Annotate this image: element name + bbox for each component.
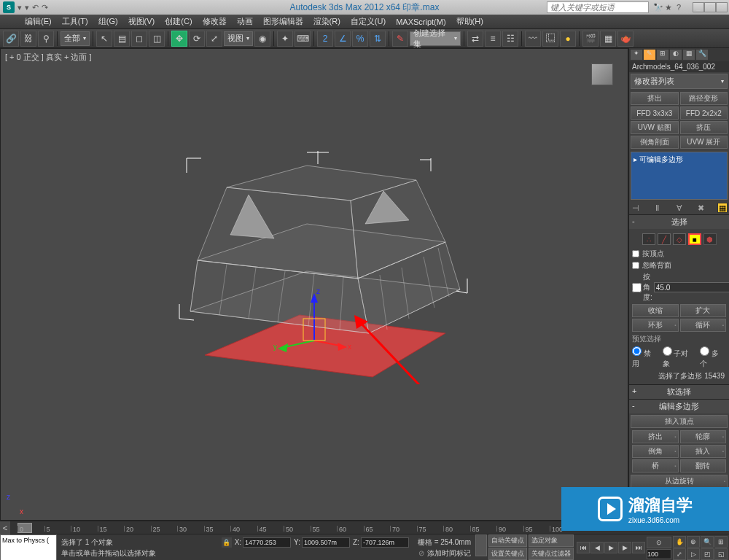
add-time-tag[interactable]: 添加时间标记 [427, 548, 471, 559]
tab-motion-icon[interactable]: ◐ [670, 50, 682, 60]
pin-stack-icon[interactable]: ⊣ [631, 203, 641, 213]
btn-bevelprofile[interactable]: 倒角剖面 [631, 136, 679, 149]
element-icon[interactable]: ⬢ [703, 233, 717, 245]
btn-extrude[interactable]: 挤出 [631, 92, 679, 105]
btn-pathdeform[interactable]: 路径变形 [680, 92, 728, 105]
bridge-button[interactable]: 桥 [632, 459, 679, 472]
set-key-button[interactable] [475, 534, 487, 556]
maximize-button[interactable]: □ [704, 2, 716, 12]
help-icon[interactable]: ? [677, 3, 685, 12]
goto-start-icon[interactable]: ⏮ [577, 542, 590, 553]
modifier-stack[interactable]: ▸ 可编辑多边形 [631, 152, 728, 200]
max-toggle-icon[interactable]: ◰ [701, 548, 714, 560]
setkey-button[interactable]: 设置关键点 [488, 548, 527, 560]
viewport[interactable]: [ + 0 正交 ] 真实 + 边面 ] [0, 48, 628, 521]
pivot-icon[interactable]: ◉ [254, 31, 270, 47]
arc-rotate-icon[interactable]: ⊕ [687, 536, 700, 548]
selection-filter-dropdown[interactable]: 全部 [61, 31, 90, 46]
by-angle-checkbox[interactable] [632, 283, 642, 292]
zoom-all-icon[interactable]: ⊞ [714, 536, 728, 548]
menu-create[interactable]: 创建(C) [160, 15, 196, 28]
snap-percent-icon[interactable]: % [352, 31, 368, 47]
keyfilter-button[interactable]: 关键点过滤器 [529, 548, 574, 560]
insert-vertex-button[interactable]: 插入顶点 [631, 415, 728, 428]
ring-button[interactable]: 环形 [632, 319, 679, 332]
minimize-button[interactable]: _ [693, 2, 704, 12]
render-setup-icon[interactable]: 🎬 [582, 31, 599, 47]
tab-create-icon[interactable]: ✦ [631, 50, 642, 60]
menu-maxscript[interactable]: MAXScript(M) [391, 16, 450, 28]
snap-2d-icon[interactable]: 2 [317, 31, 333, 47]
menu-edit[interactable]: 编辑(E) [20, 15, 56, 28]
select-rect-icon[interactable]: ◻ [131, 31, 147, 47]
layers-icon[interactable]: ☷ [502, 31, 518, 47]
by-vertex-checkbox[interactable]: 按顶点 [631, 248, 728, 260]
selset-dropdown[interactable]: 创建选择集 [410, 31, 461, 46]
menu-views[interactable]: 视图(V) [124, 15, 160, 28]
viewcube-icon[interactable] [591, 63, 613, 85]
unlink-icon[interactable]: ⛓ [20, 31, 36, 47]
window-crossing-icon[interactable]: ◫ [149, 31, 165, 47]
menu-graph[interactable]: 图形编辑器 [259, 15, 308, 28]
menu-render[interactable]: 渲染(R) [309, 15, 345, 28]
stack-editablepoly[interactable]: ▸ 可编辑多边形 [633, 154, 725, 166]
inset-button[interactable]: 插入 [680, 445, 727, 458]
coord-y-input[interactable] [302, 537, 350, 548]
maxscript-listener[interactable]: Max to Physcs ( [0, 534, 57, 560]
tab-display-icon[interactable]: ▦ [683, 50, 695, 60]
close-button[interactable]: ✕ [716, 2, 728, 12]
region-zoom-icon[interactable]: ◱ [714, 548, 728, 560]
extrude-button[interactable]: 挤出 [632, 430, 679, 443]
shrink-button[interactable]: 收缩 [632, 304, 679, 317]
coord-z-input[interactable] [361, 537, 409, 548]
btn-ffd333[interactable]: FFD 3x3x3 [631, 106, 679, 120]
flip-button[interactable]: 翻转 [680, 459, 727, 472]
menu-modifiers[interactable]: 修改器 [198, 15, 231, 28]
scale-icon[interactable]: ⤢ [206, 31, 222, 47]
autokey-button[interactable]: 自动关键点 [488, 534, 527, 547]
time-config-icon[interactable]: ⊙ [647, 537, 671, 548]
edge-icon[interactable]: ╱ [658, 233, 671, 245]
render-icon[interactable]: 🫖 [617, 31, 634, 47]
coord-x-input[interactable] [243, 537, 291, 548]
btn-uvwunwrap[interactable]: UVW 展开 [680, 136, 728, 149]
snap-angle-icon[interactable]: ∠ [335, 31, 351, 47]
bind-icon[interactable]: ⚲ [38, 31, 54, 47]
rotate-icon[interactable]: ⟳ [189, 31, 205, 47]
goto-end-icon[interactable]: ⏭ [632, 542, 645, 553]
btn-squeeze[interactable]: 挤压 [680, 121, 728, 134]
btn-uvwmap[interactable]: UVW 贴图 [631, 121, 679, 134]
menu-group[interactable]: 组(G) [94, 15, 122, 28]
align-icon[interactable]: ≡ [485, 31, 501, 47]
menu-customize[interactable]: 自定义(U) [346, 15, 390, 28]
next-frame-icon[interactable]: ▶ [618, 542, 631, 553]
ignore-backfacing-checkbox[interactable]: 忽略背面 [631, 260, 728, 271]
viewport-label[interactable]: [ + 0 正交 ] 真实 + 边面 ] [5, 52, 92, 63]
polygon-icon[interactable]: ■ [688, 233, 701, 245]
fov-icon[interactable]: ▷ [687, 548, 700, 560]
help-search-input[interactable] [547, 1, 649, 13]
zoom-ext-icon[interactable]: ⤢ [673, 548, 686, 560]
loop-button[interactable]: 循环 [680, 319, 727, 332]
tab-modify-icon[interactable]: ✎ [644, 50, 655, 60]
by-angle-input[interactable] [654, 282, 729, 292]
curve-editor-icon[interactable]: 〰 [525, 31, 541, 47]
rollout-selection-header[interactable]: 选择 [629, 215, 729, 229]
bevel-button[interactable]: 倒角 [632, 445, 679, 458]
tab-hierarchy-icon[interactable]: ⊞ [657, 50, 668, 60]
remove-mod-icon[interactable]: ✖ [695, 203, 706, 213]
menu-tools[interactable]: 工具(T) [58, 15, 93, 28]
configure-icon[interactable]: ▦ [717, 203, 728, 213]
move-icon[interactable]: ✥ [171, 31, 187, 47]
unique-icon[interactable]: ∀ [674, 203, 685, 213]
outline-button[interactable]: 轮廓 [680, 430, 727, 443]
play-icon[interactable]: ▶ [604, 542, 617, 553]
timeline-left-icon[interactable]: < [0, 521, 10, 534]
refcoord-dropdown[interactable]: 视图 [224, 31, 253, 46]
rollout-softsel-header[interactable]: 软选择 [629, 385, 729, 399]
hinge-button[interactable]: 从边旋转 [631, 475, 728, 488]
pan-icon[interactable]: ✋ [673, 536, 686, 548]
keyboard-icon[interactable]: ⌨ [295, 31, 311, 47]
grow-button[interactable]: 扩大 [680, 304, 727, 317]
render-frame-icon[interactable]: ▦ [600, 31, 616, 47]
